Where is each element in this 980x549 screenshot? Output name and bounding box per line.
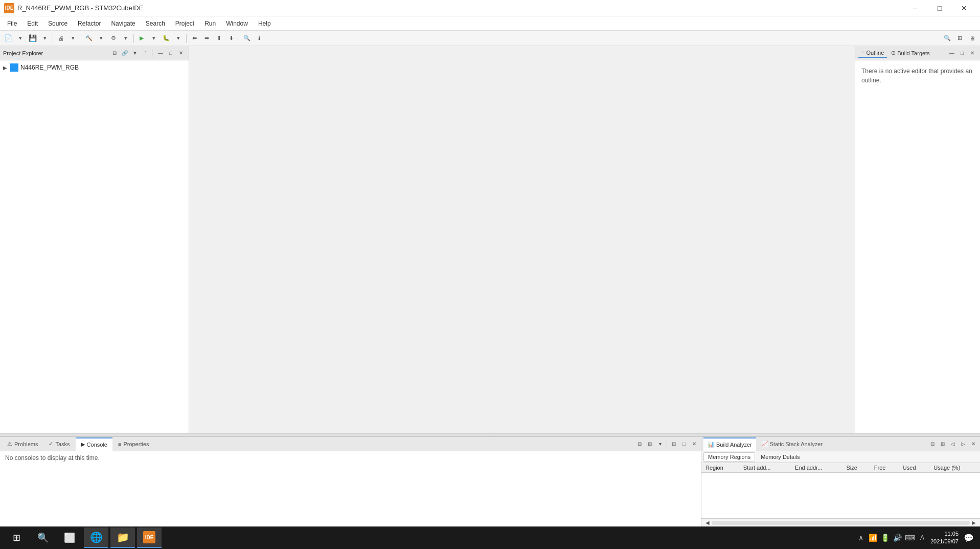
memory-details-tab[interactable]: Memory Details	[756, 452, 804, 462]
edge-taskbar-app[interactable]: 🌐	[84, 528, 108, 548]
outline-maximize-button[interactable]: □	[958, 49, 967, 58]
scroll-track[interactable]	[712, 521, 970, 525]
ide-taskbar-icon: IDE	[143, 531, 155, 543]
toolbar-nav-4[interactable]: ⬇	[225, 32, 237, 45]
menu-button[interactable]: ⋮	[141, 49, 150, 58]
battery-icon[interactable]: 🔋	[880, 533, 891, 543]
new-button[interactable]: 📄	[2, 32, 14, 45]
save-button[interactable]: 💾	[27, 32, 39, 45]
toolbar-dropdown-2[interactable]: ▾	[39, 32, 51, 45]
minimize-button[interactable]: –	[903, 0, 927, 16]
link-editor-button[interactable]: 🔗	[120, 49, 129, 58]
static-stack-tab[interactable]: 📈 Static Stack Analyzer	[757, 437, 827, 451]
build-analyzer-tabs: 📊 Build Analyzer 📈 Static Stack Analyzer	[703, 437, 827, 451]
task-view-button[interactable]: ⬜	[57, 528, 82, 548]
menu-refactor[interactable]: Refactor	[73, 18, 106, 29]
start-button[interactable]: ⊞	[4, 528, 29, 548]
menu-navigate[interactable]: Navigate	[106, 18, 140, 29]
toolbar-dropdown-5[interactable]: ▾	[120, 32, 132, 45]
memory-regions-tab[interactable]: Memory Regions	[703, 452, 755, 462]
scroll-left-arrow[interactable]: ◀	[703, 520, 712, 525]
maximize-panel-button[interactable]: □	[166, 49, 175, 58]
toolbar-misc-2[interactable]: ℹ	[253, 32, 265, 45]
toolbar-btn-5[interactable]: ⚙	[107, 32, 120, 45]
toolbar-nav-2[interactable]: ➡	[200, 32, 213, 45]
system-clock[interactable]: 11:05 2021/09/07	[930, 530, 959, 546]
collapse-all-button[interactable]: ⊟	[110, 49, 119, 58]
problems-tab[interactable]: ⚠ Problems	[2, 437, 43, 451]
wifi-icon[interactable]: 📶	[868, 533, 878, 543]
project-root-item[interactable]: ▶ N446RE_PWM_RGB	[0, 62, 189, 73]
debug-button[interactable]: 🐛	[160, 32, 172, 45]
toolbar-sep-2	[81, 34, 81, 43]
menu-help[interactable]: Help	[253, 18, 276, 29]
menu-project[interactable]: Project	[170, 18, 199, 29]
toolbar-right-2[interactable]: ⊞	[953, 32, 966, 45]
toolbar-right-1[interactable]: 🔍	[941, 32, 953, 45]
ba-tool-3[interactable]: ◁	[948, 440, 958, 449]
toolbar-dropdown-4[interactable]: ▾	[95, 32, 107, 45]
scroll-right-arrow[interactable]: ▶	[970, 520, 978, 525]
toolbar-dropdown-1[interactable]: ▾	[14, 32, 27, 45]
ba-tool-2[interactable]: ⊞	[938, 440, 947, 449]
ide-taskbar-app[interactable]: IDE	[137, 528, 162, 548]
toolbar-nav-3[interactable]: ⬆	[213, 32, 225, 45]
ba-tool-5[interactable]: ✕	[969, 440, 978, 449]
ba-tool-4[interactable]: ▷	[959, 440, 968, 449]
col-region: Region	[701, 463, 739, 473]
explorer-taskbar-app[interactable]: 📁	[110, 528, 135, 548]
console-tool-1[interactable]: ⊟	[635, 440, 644, 449]
menu-window[interactable]: Window	[221, 18, 253, 29]
toolbar-right-3[interactable]: 🖥	[966, 32, 978, 45]
close-button[interactable]: ✕	[952, 0, 976, 16]
keyboard-icon[interactable]: ⌨	[905, 533, 915, 543]
toolbar-group-3: 🔨 ▾ ⚙ ▾	[83, 32, 132, 45]
outline-minimize-button[interactable]: —	[947, 49, 956, 58]
toolbar-group-4: ▶ ▾ 🐛 ▾	[135, 32, 185, 45]
editor-area[interactable]	[189, 46, 855, 433]
menu-run[interactable]: Run	[199, 18, 221, 29]
toolbar-dropdown-3[interactable]: ▾	[67, 32, 79, 45]
ba-tool-1[interactable]: ⊟	[928, 440, 937, 449]
window-controls: – □ ✕	[903, 0, 976, 16]
menu-edit[interactable]: Edit	[22, 18, 43, 29]
minimize-panel-button[interactable]: —	[156, 49, 165, 58]
build-targets-tab[interactable]: ⊙ Build Targets	[888, 49, 932, 58]
lang-icon[interactable]: A	[917, 533, 927, 543]
menu-search[interactable]: Search	[141, 18, 170, 29]
console-panel: ⚠ Problems ✓ Tasks ▶ Console ≡ Propertie…	[0, 437, 701, 526]
menu-file[interactable]: File	[2, 18, 22, 29]
build-analyzer-tab[interactable]: 📊 Build Analyzer	[703, 437, 756, 451]
toolbar-dropdown-6[interactable]: ▾	[148, 32, 160, 45]
search-taskbar-button[interactable]: 🔍	[31, 528, 55, 548]
tray-expand-icon[interactable]: ∧	[856, 533, 866, 543]
toolbar-sep-5	[239, 34, 239, 43]
console-tab-tools: ⊟ ⊞ ▾ ⊟ □ ✕	[635, 440, 699, 449]
properties-tab[interactable]: ≡ Properties	[113, 437, 154, 451]
console-tool-3[interactable]: ⊟	[669, 440, 678, 449]
console-tool-5[interactable]: ✕	[690, 440, 699, 449]
tasks-tab[interactable]: ✓ Tasks	[43, 437, 75, 451]
console-tool-4[interactable]: □	[679, 440, 689, 449]
outline-close-button[interactable]: ✕	[968, 49, 977, 58]
toolbar-nav-1[interactable]: ⬅	[188, 32, 200, 45]
filter-button[interactable]: ▼	[130, 49, 140, 58]
build-button[interactable]: 🔨	[83, 32, 95, 45]
maximize-button[interactable]: □	[928, 0, 951, 16]
menu-source[interactable]: Source	[43, 18, 73, 29]
toolbar-misc-1[interactable]: 🔍	[241, 32, 253, 45]
volume-icon[interactable]: 🔊	[893, 533, 903, 543]
toolbar-group-right: 🔍 ⊞ 🖥	[941, 32, 978, 45]
run-button[interactable]: ▶	[135, 32, 148, 45]
horizontal-scrollbar[interactable]: ◀ ▶	[701, 518, 980, 526]
tasks-label: Tasks	[55, 441, 70, 447]
print-button[interactable]: 🖨	[55, 32, 67, 45]
console-tab[interactable]: ▶ Console	[76, 437, 112, 451]
problems-label: Problems	[14, 441, 38, 447]
console-tool-2[interactable]: ⊞	[645, 440, 654, 449]
close-panel-button[interactable]: ✕	[176, 49, 186, 58]
notification-button[interactable]: 💬	[962, 531, 976, 545]
toolbar-dropdown-7[interactable]: ▾	[172, 32, 185, 45]
outline-tab[interactable]: ≡ Outline	[858, 49, 887, 58]
console-dropdown[interactable]: ▾	[655, 440, 665, 449]
